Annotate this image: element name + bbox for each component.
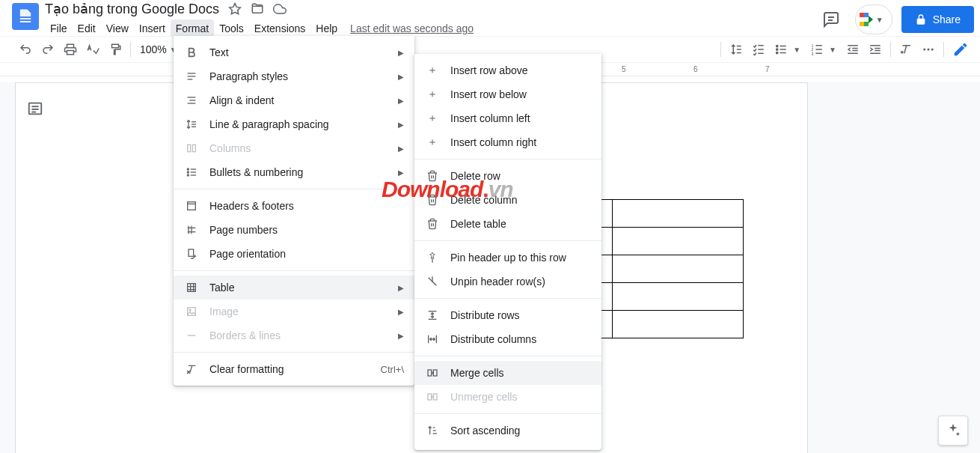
menu-extensions[interactable]: Extensions: [249, 19, 310, 37]
undo-button[interactable]: [15, 39, 36, 60]
menu-text[interactable]: Text ▶: [174, 40, 414, 64]
doc-title[interactable]: Tạo bảng trong Google Docs: [45, 1, 219, 17]
menu-page-numbers[interactable]: Page numbers: [174, 218, 414, 242]
svg-marker-0: [230, 4, 241, 14]
menu-view[interactable]: View: [101, 19, 134, 37]
align-icon: [184, 93, 199, 108]
distribute-rows-icon: [425, 308, 440, 323]
menu-distribute-columns[interactable]: Distribute columns: [414, 327, 601, 351]
svg-rect-5: [67, 51, 74, 55]
table-submenu: ＋Insert row above ＋Insert row below ＋Ins…: [414, 54, 601, 450]
line-spacing-icon: [184, 117, 199, 132]
menu-distribute-rows[interactable]: Distribute rows: [414, 303, 601, 327]
clear-formatting-button[interactable]: [895, 39, 916, 60]
explore-button[interactable]: [938, 416, 968, 446]
menu-delete-column[interactable]: Delete column: [414, 188, 601, 212]
menu-image: Image ▶: [174, 300, 414, 323]
chevron-right-icon: ▶: [398, 284, 404, 292]
menu-format[interactable]: Format: [171, 19, 214, 37]
menu-pin-header[interactable]: Pin header up to this row: [414, 246, 601, 270]
comments-icon[interactable]: [816, 4, 846, 34]
menu-sort-ascending[interactable]: Sort ascending: [414, 419, 601, 443]
svg-point-50: [187, 168, 189, 170]
star-icon[interactable]: [228, 2, 242, 16]
menu-columns: Columns ▶: [174, 136, 414, 160]
menu-insert-row-below[interactable]: ＋Insert row below: [414, 82, 601, 106]
bulleted-list-button[interactable]: [771, 39, 791, 60]
cloud-status-icon[interactable]: [273, 2, 287, 16]
share-label: Share: [933, 13, 961, 25]
ruler-tick: 5: [622, 65, 626, 73]
menu-insert-column-right[interactable]: ＋Insert column right: [414, 130, 601, 154]
more-button[interactable]: [918, 39, 939, 60]
merge-cells-icon: [425, 365, 440, 380]
chevron-down-icon[interactable]: ▼: [793, 46, 805, 54]
menu-borders-lines: Borders & lines ▶: [174, 323, 414, 347]
chevron-down-icon: ▼: [876, 16, 888, 24]
menu-delete-table[interactable]: Delete table: [414, 212, 601, 236]
plus-icon: ＋: [425, 135, 440, 150]
svg-point-69: [189, 309, 191, 311]
menu-delete-row[interactable]: Delete row: [414, 164, 601, 188]
columns-icon: [184, 141, 199, 156]
chevron-right-icon: ▶: [398, 168, 404, 177]
checklist-button[interactable]: [748, 39, 769, 60]
svg-point-34: [931, 49, 934, 51]
svg-rect-68: [188, 308, 196, 316]
menu-table[interactable]: Table ▶: [174, 276, 414, 300]
editing-mode-button[interactable]: [947, 36, 974, 63]
share-button[interactable]: Share: [901, 6, 974, 33]
redo-button[interactable]: [37, 39, 58, 60]
chevron-right-icon: ▶: [398, 121, 404, 129]
last-edit-link[interactable]: Last edit was seconds ago: [350, 22, 474, 34]
ruler-tick: 7: [765, 65, 770, 73]
sort-ascending-icon: [425, 423, 440, 438]
menu-align-indent[interactable]: Align & indent ▶: [174, 88, 414, 112]
menu-bullets-numbering[interactable]: Bullets & numbering ▶: [174, 160, 414, 184]
list-icon: [184, 165, 199, 180]
chevron-right-icon: ▶: [398, 97, 404, 105]
move-icon[interactable]: [251, 2, 264, 16]
paint-format-button[interactable]: [105, 39, 126, 60]
increase-indent-button[interactable]: [865, 39, 886, 60]
line-spacing-button[interactable]: [726, 39, 747, 60]
menu-merge-cells[interactable]: Merge cells: [414, 361, 601, 385]
svg-point-33: [928, 49, 930, 51]
outline-toggle-icon[interactable]: [27, 100, 43, 117]
chevron-right-icon: ▶: [398, 308, 404, 316]
menu-headers-footers[interactable]: Headers & footers: [174, 194, 414, 218]
ruler-tick: 6: [693, 65, 698, 73]
chevron-down-icon[interactable]: ▼: [829, 46, 841, 54]
lock-icon: [915, 13, 927, 25]
image-icon: [184, 304, 199, 319]
svg-rect-62: [189, 249, 194, 256]
menu-help[interactable]: Help: [310, 19, 343, 37]
pin-icon: [425, 250, 440, 265]
menu-file[interactable]: File: [45, 19, 73, 37]
zoom-level[interactable]: 100%: [135, 43, 168, 55]
distribute-columns-icon: [425, 332, 440, 347]
menu-line-spacing[interactable]: Line & paragraph spacing ▶: [174, 112, 414, 136]
menu-insert-row-above[interactable]: ＋Insert row above: [414, 58, 601, 82]
menu-edit[interactable]: Edit: [73, 19, 101, 37]
trash-icon: [425, 192, 440, 207]
decrease-indent-button[interactable]: [842, 39, 863, 60]
menu-unpin-header[interactable]: Unpin header row(s): [414, 270, 601, 294]
menu-insert[interactable]: Insert: [134, 19, 171, 37]
unpin-icon: [425, 274, 440, 289]
numbered-list-button[interactable]: 123: [806, 39, 827, 60]
menu-tools[interactable]: Tools: [214, 19, 249, 37]
menu-clear-formatting[interactable]: Clear formatting Ctrl+\: [174, 357, 414, 381]
menu-insert-column-left[interactable]: ＋Insert column left: [414, 106, 601, 130]
menu-page-orientation[interactable]: Page orientation: [174, 242, 414, 266]
spellcheck-button[interactable]: [82, 39, 103, 60]
docs-logo-icon[interactable]: [12, 3, 39, 30]
menu-paragraph-styles[interactable]: Paragraph styles ▶: [174, 64, 414, 88]
chevron-right-icon: ▶: [398, 49, 404, 57]
bold-icon: [184, 45, 199, 60]
page-numbers-icon: [184, 222, 199, 237]
meet-button[interactable]: ▼: [855, 4, 892, 34]
print-button[interactable]: [60, 39, 81, 60]
plus-icon: ＋: [425, 63, 440, 78]
chevron-right-icon: ▶: [398, 145, 404, 153]
